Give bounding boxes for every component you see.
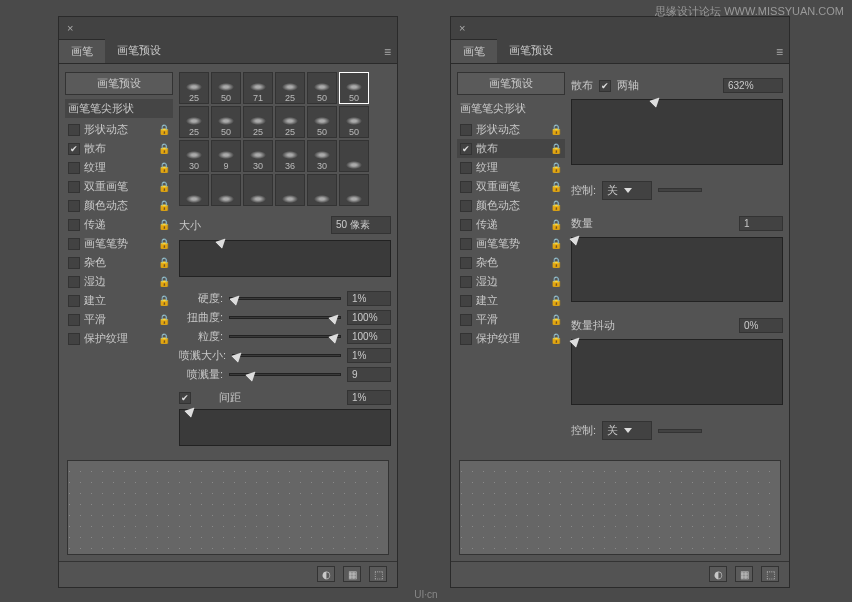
brush-thumb[interactable]: 30: [179, 140, 209, 172]
brush-thumb[interactable]: [307, 174, 337, 206]
sidebar-item[interactable]: 平滑🔒: [457, 310, 565, 329]
slider-value[interactable]: 100%: [347, 329, 391, 344]
lock-icon[interactable]: 🔒: [550, 238, 562, 249]
brush-thumb[interactable]: 30: [307, 140, 337, 172]
lock-icon[interactable]: 🔒: [158, 143, 170, 154]
sidebar-item[interactable]: 画笔笔势🔒: [65, 234, 173, 253]
lock-icon[interactable]: 🔒: [158, 333, 170, 344]
lock-icon[interactable]: 🔒: [158, 219, 170, 230]
sidebar-item[interactable]: 形状动态🔒: [65, 120, 173, 139]
slider-value[interactable]: 9: [347, 367, 391, 382]
lock-icon[interactable]: 🔒: [158, 276, 170, 287]
brush-thumb[interactable]: [179, 174, 209, 206]
tab-presets[interactable]: 画笔预设: [497, 39, 565, 63]
brush-thumb[interactable]: [275, 174, 305, 206]
brush-thumb[interactable]: 50: [211, 72, 241, 104]
lock-icon[interactable]: 🔒: [550, 124, 562, 135]
lock-icon[interactable]: 🔒: [550, 162, 562, 173]
control-extra-2[interactable]: [658, 429, 702, 433]
both-axes-check[interactable]: [599, 80, 611, 92]
new-preset-icon[interactable]: ▦: [735, 566, 753, 582]
sidebar-item[interactable]: 散布🔒: [65, 139, 173, 158]
sidebar-item[interactable]: 湿边🔒: [65, 272, 173, 291]
jitter-slider[interactable]: [571, 339, 783, 405]
checkbox[interactable]: [460, 238, 472, 250]
checkbox[interactable]: [68, 143, 80, 155]
checkbox[interactable]: [68, 295, 80, 307]
brush-thumb[interactable]: [243, 174, 273, 206]
checkbox[interactable]: [68, 162, 80, 174]
slider[interactable]: [229, 335, 341, 338]
checkbox[interactable]: [460, 162, 472, 174]
checkbox[interactable]: [460, 143, 472, 155]
checkbox[interactable]: [460, 295, 472, 307]
lock-icon[interactable]: 🔒: [550, 219, 562, 230]
tab-presets[interactable]: 画笔预设: [105, 39, 173, 63]
sidebar-item[interactable]: 颜色动态🔒: [457, 196, 565, 215]
lock-icon[interactable]: 🔒: [158, 124, 170, 135]
lock-icon[interactable]: 🔒: [158, 295, 170, 306]
brush-thumb[interactable]: [339, 140, 369, 172]
sidebar-item[interactable]: 保护纹理🔒: [457, 329, 565, 348]
control-select-2[interactable]: 关: [602, 421, 652, 440]
checkbox[interactable]: [68, 219, 80, 231]
checkbox[interactable]: [460, 257, 472, 269]
brush-thumb[interactable]: 36: [275, 140, 305, 172]
checkbox[interactable]: [68, 200, 80, 212]
sidebar-item[interactable]: 平滑🔒: [65, 310, 173, 329]
brush-thumb[interactable]: 71: [243, 72, 273, 104]
brush-thumb[interactable]: 25: [275, 106, 305, 138]
brush-thumb[interactable]: 50: [339, 72, 369, 104]
sidebar-item[interactable]: 杂色🔒: [457, 253, 565, 272]
spacing-slider[interactable]: [179, 409, 391, 446]
slider[interactable]: [229, 297, 341, 300]
sidebar-item[interactable]: 双重画笔🔒: [65, 177, 173, 196]
brush-thumb[interactable]: 30: [243, 140, 273, 172]
sidebar-item[interactable]: 保护纹理🔒: [65, 329, 173, 348]
lock-icon[interactable]: 🔒: [550, 295, 562, 306]
scatter-value[interactable]: 632%: [723, 78, 783, 93]
slider-value[interactable]: 1%: [347, 291, 391, 306]
size-value[interactable]: 50 像素: [331, 216, 391, 234]
sidebar-tip-shape[interactable]: 画笔笔尖形状: [457, 99, 565, 118]
lock-icon[interactable]: 🔒: [550, 276, 562, 287]
lock-icon[interactable]: 🔒: [158, 257, 170, 268]
checkbox[interactable]: [460, 333, 472, 345]
brush-thumb[interactable]: 25: [179, 72, 209, 104]
lock-icon[interactable]: 🔒: [550, 333, 562, 344]
close-icon[interactable]: ×: [455, 22, 469, 34]
tab-brush[interactable]: 画笔: [451, 39, 497, 63]
lock-icon[interactable]: 🔒: [158, 238, 170, 249]
sidebar-item[interactable]: 双重画笔🔒: [457, 177, 565, 196]
scatter-slider[interactable]: [571, 99, 783, 165]
jitter-value[interactable]: 0%: [739, 318, 783, 333]
lock-icon[interactable]: 🔒: [158, 162, 170, 173]
checkbox[interactable]: [68, 181, 80, 193]
lock-icon[interactable]: 🔒: [158, 200, 170, 211]
sidebar-item[interactable]: 纹理🔒: [457, 158, 565, 177]
sidebar-item[interactable]: 传递🔒: [65, 215, 173, 234]
menu-icon[interactable]: ≡: [384, 45, 391, 59]
lock-icon[interactable]: 🔒: [550, 200, 562, 211]
lock-icon[interactable]: 🔒: [158, 314, 170, 325]
slider-value[interactable]: 100%: [347, 310, 391, 325]
checkbox[interactable]: [68, 314, 80, 326]
control-select[interactable]: 关: [602, 181, 652, 200]
sidebar-item[interactable]: 建立🔒: [65, 291, 173, 310]
control-extra[interactable]: [658, 188, 702, 192]
preset-button[interactable]: 画笔预设: [457, 72, 565, 95]
checkbox[interactable]: [460, 219, 472, 231]
menu-icon[interactable]: ≡: [776, 45, 783, 59]
sidebar-item[interactable]: 画笔笔势🔒: [457, 234, 565, 253]
toggle-icon[interactable]: ◐: [317, 566, 335, 582]
checkbox[interactable]: [68, 238, 80, 250]
checkbox[interactable]: [68, 124, 80, 136]
checkbox[interactable]: [460, 314, 472, 326]
lock-icon[interactable]: 🔒: [550, 181, 562, 192]
tab-brush[interactable]: 画笔: [59, 39, 105, 63]
checkbox[interactable]: [460, 181, 472, 193]
slider-value[interactable]: 1%: [347, 348, 391, 363]
lock-icon[interactable]: 🔒: [550, 143, 562, 154]
checkbox[interactable]: [460, 276, 472, 288]
spacing-value[interactable]: 1%: [347, 390, 391, 405]
